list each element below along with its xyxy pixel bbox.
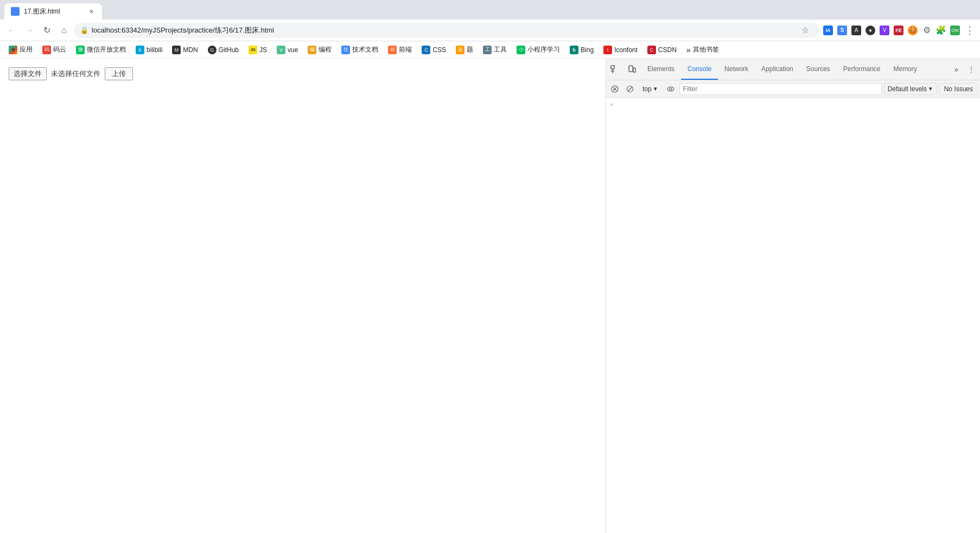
tab-console[interactable]: Console xyxy=(681,59,718,80)
address-text: localhost:63342/myJSProjects/practice/练习… xyxy=(92,26,794,35)
ext-s-icon[interactable]: S xyxy=(836,24,849,37)
bookmark-mdn[interactable]: M MDN xyxy=(168,43,202,56)
bookmark-tools-icon: 工 xyxy=(483,46,492,54)
no-issues-badge: No Issues xyxy=(939,83,978,95)
file-upload-area: 选择文件 未选择任何文件 上传 xyxy=(9,67,597,80)
bookmark-myyun[interactable]: 码 码云 xyxy=(38,43,71,56)
devtools-device-button[interactable] xyxy=(623,61,641,78)
bookmark-bing-icon: b xyxy=(570,46,578,54)
tab-close-button[interactable]: ✕ xyxy=(87,7,96,16)
bookmark-ti-icon: 题 xyxy=(456,46,464,54)
bookmark-vue-label: vue xyxy=(288,46,298,54)
bookmark-more-label: 其他书签 xyxy=(693,45,719,54)
bookmark-js[interactable]: JS JS xyxy=(244,43,271,56)
bookmark-github[interactable]: G GitHub xyxy=(203,43,243,56)
home-button[interactable]: ⌂ xyxy=(56,23,72,38)
svg-rect-0 xyxy=(611,66,614,69)
bookmark-tools[interactable]: 工 工具 xyxy=(479,43,511,56)
default-levels-chevron-icon: ▼ xyxy=(928,86,933,92)
bookmark-techdoc-label: 技术文档 xyxy=(352,45,378,54)
ext-fe-icon[interactable]: FE xyxy=(892,24,905,37)
bookmark-css[interactable]: C CSS xyxy=(417,43,450,56)
bookmark-miniapp[interactable]: 小 小程序学习 xyxy=(512,43,564,56)
console-prompt-arrow[interactable]: › xyxy=(608,100,978,109)
bookmark-techdoc[interactable]: 技 技术文档 xyxy=(337,43,383,56)
bookmark-csdn[interactable]: C CSDN xyxy=(643,43,681,56)
reload-button[interactable]: ↻ xyxy=(39,23,54,38)
bookmark-bing[interactable]: b Bing xyxy=(565,43,598,56)
svg-rect-4 xyxy=(633,68,635,72)
bookmark-iconfont[interactable]: I Iconfont xyxy=(599,43,642,56)
console-eye-button[interactable] xyxy=(664,83,677,96)
bookmark-bili-icon: b xyxy=(136,46,144,54)
bookmark-star-icon[interactable]: ☆ xyxy=(798,23,813,38)
ext-purple-icon[interactable]: V xyxy=(878,24,891,37)
bookmark-mdn-label: MDN xyxy=(183,46,198,54)
ext-circle-icon[interactable]: ● xyxy=(864,24,877,37)
tab-performance[interactable]: Performance xyxy=(837,59,887,80)
bookmark-myyun-label: 码云 xyxy=(53,45,66,54)
bookmark-apps[interactable]: ⊞ 应用 xyxy=(4,43,37,56)
default-levels-button[interactable]: Default levels ▼ xyxy=(884,83,937,95)
file-choose-button[interactable]: 选择文件 xyxy=(9,67,47,80)
ext-a-icon[interactable]: A xyxy=(850,24,863,37)
page-content: 选择文件 未选择任何文件 上传 xyxy=(0,59,606,533)
devtools-inspect-button[interactable] xyxy=(606,61,623,78)
ext-puzzle-icon[interactable]: 🧩 xyxy=(934,24,947,37)
back-button[interactable]: ← xyxy=(4,23,20,38)
main-area: 选择文件 未选择任何文件 上传 xyxy=(0,59,980,533)
bookmark-vue-icon: V xyxy=(277,46,285,54)
bookmark-bilibili[interactable]: b bilibili xyxy=(131,43,167,56)
bookmark-tech-icon: 技 xyxy=(341,46,350,54)
bookmark-wechat-label: 微信开放文档 xyxy=(87,45,126,54)
console-context-chevron-icon: ▼ xyxy=(653,86,658,92)
ext-ia-icon[interactable]: IA xyxy=(822,24,835,37)
bookmark-js-label: JS xyxy=(259,46,267,54)
svg-rect-3 xyxy=(629,66,633,72)
console-clear-button[interactable] xyxy=(608,83,621,96)
bookmark-github-icon: G xyxy=(208,46,217,54)
svg-point-10 xyxy=(667,87,674,91)
bookmark-frontend[interactable]: 前 前端 xyxy=(384,43,416,56)
tab-elements[interactable]: Elements xyxy=(641,59,681,80)
ext-green-icon[interactable]: ON xyxy=(949,24,962,37)
devtools-tabs: Elements Console Network Application Sou… xyxy=(641,59,950,80)
tab-network[interactable]: Network xyxy=(718,59,755,80)
ext-cookie-icon[interactable]: 🍪 xyxy=(906,24,919,37)
devtools-more-tabs-button[interactable]: » xyxy=(950,65,963,74)
bookmark-css-label: CSS xyxy=(432,46,446,54)
address-bar[interactable]: 🔒 localhost:63342/myJSProjects/practice/… xyxy=(74,23,819,38)
bookmark-ti[interactable]: 题 题 xyxy=(451,43,478,56)
bookmark-myyun-icon: 码 xyxy=(42,46,51,54)
extension-icons-area: IA S A ● V FE 🍪 xyxy=(822,24,976,37)
bookmark-vue[interactable]: V vue xyxy=(272,43,302,56)
console-block-button[interactable] xyxy=(623,83,637,96)
bookmark-more[interactable]: » 其他书签 xyxy=(682,43,723,56)
devtools-content-area: › xyxy=(606,98,980,533)
upload-button[interactable]: 上传 xyxy=(105,67,133,80)
ext-gear-icon[interactable]: ⚙ xyxy=(920,24,933,37)
tab-title: 17.图床.html xyxy=(24,7,82,16)
tab-application[interactable]: Application xyxy=(755,59,800,80)
console-filter-input[interactable] xyxy=(679,83,882,95)
active-tab[interactable]: 17.图床.html ✕ xyxy=(4,3,102,20)
bookmark-bing-label: Bing xyxy=(581,46,594,54)
bookmark-bilibili-label: bilibili xyxy=(147,46,162,54)
bookmark-apps-icon: ⊞ xyxy=(9,46,17,54)
more-menu-button[interactable]: ⋮ xyxy=(963,24,976,37)
console-context-selector[interactable]: top ▼ xyxy=(639,83,662,95)
lock-icon: 🔒 xyxy=(80,27,88,34)
bookmarks-bar: ⊞ 应用 码 码云 微 微信开放文档 b bilibili M MDN G Gi… xyxy=(0,41,980,59)
bookmark-wechat[interactable]: 微 微信开放文档 xyxy=(72,43,130,56)
devtools-top-bar: Elements Console Network Application Sou… xyxy=(606,59,980,80)
svg-line-9 xyxy=(628,87,632,91)
tab-memory[interactable]: Memory xyxy=(887,59,924,80)
bookmark-js-icon: JS xyxy=(249,46,257,54)
bookmark-more-chevron-icon: » xyxy=(686,46,691,54)
bookmark-css-icon: C xyxy=(422,46,430,54)
bookmark-code[interactable]: 编 编程 xyxy=(303,43,336,56)
forward-button[interactable]: → xyxy=(22,23,37,38)
devtools-settings-button[interactable]: ⋮ xyxy=(963,61,980,78)
tab-sources[interactable]: Sources xyxy=(800,59,837,80)
bookmark-csdn-icon: C xyxy=(647,46,656,54)
